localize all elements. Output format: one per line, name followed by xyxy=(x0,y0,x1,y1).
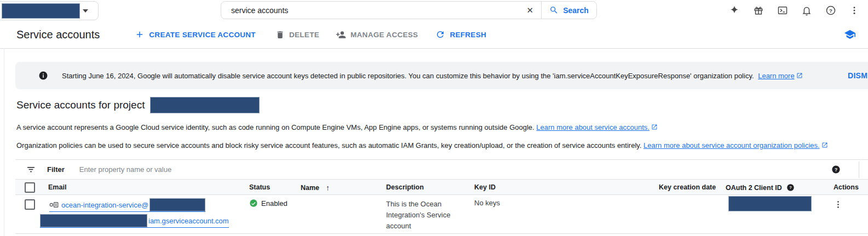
intro-text: A service account represents a Google Cl… xyxy=(16,123,534,131)
redacted-project-id xyxy=(150,97,260,113)
more-vert-icon xyxy=(833,200,843,209)
column-header-oauth-label: OAuth 2 Client ID xyxy=(726,184,782,192)
banner-learn-more-link[interactable]: Learn more xyxy=(758,72,794,80)
column-header-key-id[interactable]: Key ID xyxy=(474,183,496,191)
refresh-icon xyxy=(435,30,445,39)
description-cell: This is the Ocean Integration's Service … xyxy=(386,199,456,232)
sort-ascending-icon: ↑ xyxy=(326,183,330,192)
info-icon xyxy=(38,71,48,80)
page-title: Service accounts xyxy=(16,28,100,41)
column-header-actions: Actions xyxy=(833,183,859,191)
search-button-label: Search xyxy=(563,6,589,15)
search-field: ✕ xyxy=(221,2,541,19)
svg-text:?: ? xyxy=(835,167,837,172)
manage-access-button[interactable]: MANAGE ACCESS xyxy=(336,30,418,40)
redacted-oauth-client-id xyxy=(728,196,812,211)
chevron-down-icon xyxy=(83,9,88,13)
clear-search-icon[interactable]: ✕ xyxy=(524,6,536,14)
intro-paragraph: A service account represents a Google Cl… xyxy=(16,123,658,131)
gemini-sparkle-icon[interactable] xyxy=(729,5,740,16)
email-link-line2[interactable]: iam.gserviceaccount.com xyxy=(40,214,229,228)
cloud-shell-icon[interactable] xyxy=(777,5,788,16)
help-icon[interactable]: ? xyxy=(825,5,836,16)
person-add-icon xyxy=(336,30,346,40)
status-label: Enabled xyxy=(261,199,288,208)
filter-help-icon[interactable]: ? xyxy=(831,165,841,174)
table-header: Email Status Name ↑ Description Key ID K… xyxy=(15,179,868,195)
section-heading: Service accounts for project xyxy=(16,97,260,113)
delete-button-label: DELETE xyxy=(289,31,319,39)
topbar-icons: ? xyxy=(729,0,859,21)
row-actions-menu-button[interactable] xyxy=(831,198,844,211)
manage-access-button-label: MANAGE ACCESS xyxy=(350,31,418,39)
policy-text: Organization policies can be used to sec… xyxy=(16,141,641,149)
column-header-email[interactable]: Email xyxy=(48,183,66,191)
column-header-key-creation-date[interactable]: Key creation date xyxy=(659,183,716,191)
gift-icon[interactable] xyxy=(753,5,764,16)
learn-more-service-accounts-link[interactable]: Learn more about service accounts. xyxy=(536,123,649,131)
trash-icon xyxy=(275,30,285,39)
redacted-project-name xyxy=(2,3,80,19)
create-button-label: CREATE SERVICE ACCOUNT xyxy=(149,31,256,39)
column-header-description[interactable]: Description xyxy=(386,183,424,191)
external-link-icon xyxy=(651,124,658,130)
policy-paragraph: Organization policies can be used to sec… xyxy=(16,141,828,149)
column-header-oauth-client-id[interactable]: OAuth 2 Client ID ? xyxy=(726,183,795,192)
email-cell: ocean-integration-service@ iam.gservicea… xyxy=(40,198,229,228)
column-header-name-label: Name xyxy=(301,184,319,192)
row-checkbox[interactable] xyxy=(25,199,35,210)
filter-input[interactable] xyxy=(78,165,868,174)
learn-tutorials-icon[interactable] xyxy=(844,28,856,41)
svg-text:?: ? xyxy=(789,185,792,190)
column-header-status[interactable]: Status xyxy=(249,183,270,191)
redacted-email-project xyxy=(40,214,147,227)
column-header-name[interactable]: Name ↑ xyxy=(301,183,330,192)
email-link-suffix[interactable]: iam.gserviceaccount.com xyxy=(148,217,229,225)
search-input[interactable] xyxy=(230,5,524,15)
search-button[interactable]: Search xyxy=(541,2,596,19)
filter-bar: Filter ? xyxy=(15,159,868,179)
redacted-email-domain xyxy=(150,198,205,211)
filter-label: Filter xyxy=(47,165,65,174)
svg-text:?: ? xyxy=(829,8,832,14)
table-row: ocean-integration-service@ iam.gservicea… xyxy=(15,195,868,234)
key-exposure-banner: Starting June 16, 2024, Google will auto… xyxy=(15,62,868,89)
refresh-button-label: REFRESH xyxy=(450,31,486,39)
notifications-bell-icon[interactable] xyxy=(801,5,812,16)
delete-button[interactable]: DELETE xyxy=(275,30,319,39)
search-box: ✕ Search xyxy=(221,1,597,19)
top-bar: ✕ Search ? xyxy=(0,0,868,21)
create-service-account-button[interactable]: CREATE SERVICE ACCOUNT xyxy=(135,30,256,39)
status-cell: Enabled xyxy=(249,199,288,208)
project-selector[interactable] xyxy=(0,1,99,20)
email-link-line1[interactable]: ocean-integration-service@ xyxy=(49,198,205,212)
search-icon xyxy=(549,5,559,15)
status-enabled-icon xyxy=(249,199,258,208)
section-heading-text: Service accounts for project xyxy=(16,99,145,111)
banner-message: Starting June 16, 2024, Google will auto… xyxy=(62,72,803,80)
page-toolbar: Service accounts CREATE SERVICE ACCOUNT … xyxy=(0,21,868,49)
oauth-help-icon[interactable]: ? xyxy=(786,183,795,192)
external-link-icon xyxy=(796,72,803,79)
filter-divider xyxy=(859,162,859,178)
content-left-edge xyxy=(4,48,4,236)
refresh-button[interactable]: REFRESH xyxy=(435,30,486,39)
key-id-cell: No keys xyxy=(474,199,500,207)
filter-icon xyxy=(26,165,36,174)
service-account-badge-icon xyxy=(49,201,59,209)
select-all-checkbox[interactable] xyxy=(25,182,35,193)
dismiss-button[interactable]: DISMISS xyxy=(848,71,868,80)
more-vert-icon[interactable] xyxy=(849,5,859,15)
learn-more-org-policies-link[interactable]: Learn more about service account organiz… xyxy=(643,141,820,149)
plus-icon xyxy=(135,30,145,39)
banner-message-text: Starting June 16, 2024, Google will auto… xyxy=(62,72,754,80)
external-link-icon xyxy=(821,142,828,148)
email-link-prefix[interactable]: ocean-integration-service@ xyxy=(61,201,148,209)
